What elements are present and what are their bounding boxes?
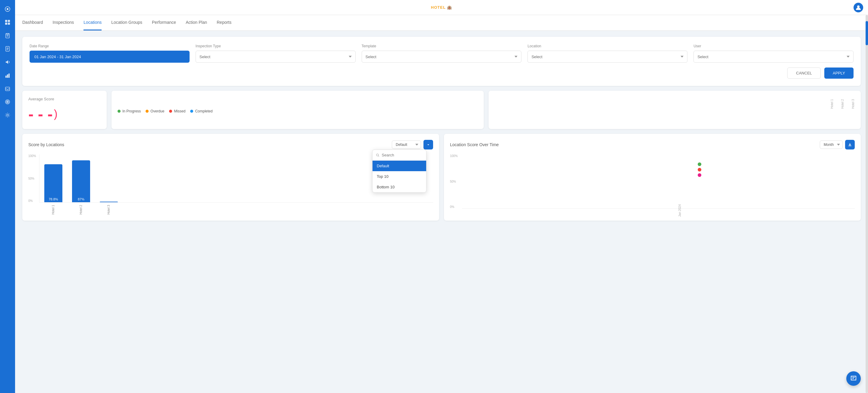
tab-reports[interactable]: Reports <box>217 15 231 30</box>
bar-group-hotel2: 87% <box>72 160 90 202</box>
location-score-controls: Month Week Day <box>820 140 855 150</box>
settings-icon[interactable] <box>2 110 13 121</box>
dropdown-search-container <box>373 150 426 161</box>
dropdown-search-input[interactable] <box>382 153 423 157</box>
tab-dashboard[interactable]: Dashboard <box>22 15 43 30</box>
template-field: Template Select <box>362 44 522 63</box>
target-icon[interactable] <box>2 96 13 107</box>
hotel1-label: Hotel 1 <box>830 99 834 109</box>
document-icon[interactable] <box>2 43 13 54</box>
scrollbar-thumb[interactable] <box>866 21 868 45</box>
svg-rect-3 <box>8 20 10 22</box>
date-range-button[interactable]: 01 Jan 2024 - 31 Jan 2024 <box>30 51 190 63</box>
average-score-icon: ) <box>54 108 58 120</box>
app-logo: HOTEL 🏨 <box>431 5 452 10</box>
date-range-field: Date Range 01 Jan 2024 - 31 Jan 2024 <box>30 44 190 63</box>
content-area: Date Range 01 Jan 2024 - 31 Jan 2024 Ins… <box>15 31 868 226</box>
svg-point-1 <box>7 8 8 10</box>
dot-y-axis: 100% 50% 0% <box>450 154 462 209</box>
dot-pink <box>698 173 701 177</box>
y-100: 100% <box>28 154 37 158</box>
legend-completed: Completed <box>190 109 213 113</box>
in-progress-label: In Progress <box>122 109 141 113</box>
tab-inspections[interactable]: Inspections <box>53 15 74 30</box>
date-range-label: Date Range <box>30 44 190 48</box>
x-label-jan2024: Jan 2024 <box>678 204 681 217</box>
filter-actions: CANCEL APPLY <box>30 67 854 79</box>
completed-label: Completed <box>195 109 213 113</box>
dropdown-item-bottom10[interactable]: Bottom 10 <box>373 182 426 192</box>
cards-row: Average Score - - - ) In Progress Overd <box>22 91 861 129</box>
bottom-row: Score by Locations Default Top 10 Bottom… <box>22 134 861 221</box>
completed-dot <box>190 110 193 113</box>
location-select[interactable]: Select <box>527 51 687 63</box>
nav-tabs: Dashboard Inspections Locations Location… <box>15 15 868 31</box>
hotel3-label: Hotel 3 <box>851 99 855 109</box>
scrollbar[interactable] <box>866 15 868 226</box>
y-axis: 100% 50% 0% <box>28 154 39 203</box>
average-score-title: Average Score <box>28 97 101 101</box>
x-axis: Hotel 1 Hotel 2 Hotel 3 <box>28 205 433 216</box>
cancel-button[interactable]: CANCEL <box>787 67 821 79</box>
legend-items: In Progress Overdue Missed Completed <box>118 109 478 113</box>
location-label: Location <box>527 44 687 48</box>
score-locations-dropdown[interactable]: Default Top 10 Bottom 10 <box>392 141 421 149</box>
locations-dropdown-menu: Default Top 10 Bottom 10 <box>372 150 427 192</box>
svg-rect-13 <box>5 75 7 78</box>
inspection-type-select[interactable]: Select <box>195 51 355 63</box>
svg-line-23 <box>378 155 379 156</box>
tab-locations[interactable]: Locations <box>84 15 101 30</box>
in-progress-dot <box>118 110 121 113</box>
location-field: Location Select <box>527 44 687 63</box>
svg-rect-15 <box>8 73 10 78</box>
location-score-download-button[interactable] <box>845 140 855 150</box>
clipboard-icon[interactable] <box>2 30 13 41</box>
bar-hotel3 <box>100 202 118 202</box>
mini-chart-card: Hotel 1 Hotel 2 Hotel 3 <box>489 91 861 129</box>
search-icon <box>376 153 379 157</box>
tab-location-groups[interactable]: Location Groups <box>111 15 142 30</box>
tab-performance[interactable]: Performance <box>152 15 176 30</box>
user-field: User Select <box>693 44 854 63</box>
svg-point-22 <box>376 154 378 156</box>
legend-overdue: Overdue <box>146 109 164 113</box>
template-label: Template <box>362 44 522 48</box>
legend-card: In Progress Overdue Missed Completed <box>112 91 484 129</box>
apply-button[interactable]: APPLY <box>824 67 854 79</box>
bar-hotel2: 87% <box>72 160 90 202</box>
svg-point-20 <box>7 114 8 116</box>
dropdown-item-default[interactable]: Default <box>373 161 426 171</box>
dot-chart: 100% 50% 0% Jan 2024 <box>450 154 855 209</box>
filter-row: Date Range 01 Jan 2024 - 31 Jan 2024 Ins… <box>30 44 854 63</box>
inbox-icon[interactable] <box>2 83 13 94</box>
average-score-value: - - - <box>28 105 53 123</box>
tab-action-plan[interactable]: Action Plan <box>186 15 207 30</box>
dot-y-0: 0% <box>450 205 460 209</box>
dot-green <box>698 162 701 166</box>
apps-icon[interactable] <box>2 4 13 14</box>
svg-point-19 <box>7 101 8 102</box>
svg-rect-5 <box>8 23 10 25</box>
y-50: 50% <box>28 177 37 180</box>
dot-chart-area: Jan 2024 <box>462 154 855 209</box>
megaphone-icon[interactable] <box>2 57 13 67</box>
template-select[interactable]: Select <box>362 51 522 63</box>
svg-point-21 <box>857 5 860 8</box>
user-select[interactable]: Select <box>693 51 854 63</box>
location-score-dropdown[interactable]: Month Week Day <box>820 141 843 149</box>
inspection-type-label: Inspection Type <box>195 44 355 48</box>
dropdown-item-top10[interactable]: Top 10 <box>373 171 426 182</box>
x-label-hotel2: Hotel 2 <box>72 205 90 216</box>
inspection-type-field: Inspection Type Select <box>195 44 355 63</box>
location-score-over-time-card: Location Score Over Time Month Week Day <box>444 134 861 221</box>
chart-bar-icon[interactable] <box>2 70 13 81</box>
user-avatar[interactable] <box>854 3 863 12</box>
filter-panel: Date Range 01 Jan 2024 - 31 Jan 2024 Ins… <box>22 37 861 86</box>
missed-label: Missed <box>174 109 185 113</box>
score-locations-download-button[interactable] <box>424 140 433 150</box>
score-by-locations-header: Score by Locations Default Top 10 Bottom… <box>28 140 433 150</box>
location-score-header: Location Score Over Time Month Week Day <box>450 140 855 150</box>
location-score-title: Location Score Over Time <box>450 142 499 147</box>
x-label-hotel1: Hotel 1 <box>44 205 62 216</box>
grid-icon[interactable] <box>2 17 13 28</box>
